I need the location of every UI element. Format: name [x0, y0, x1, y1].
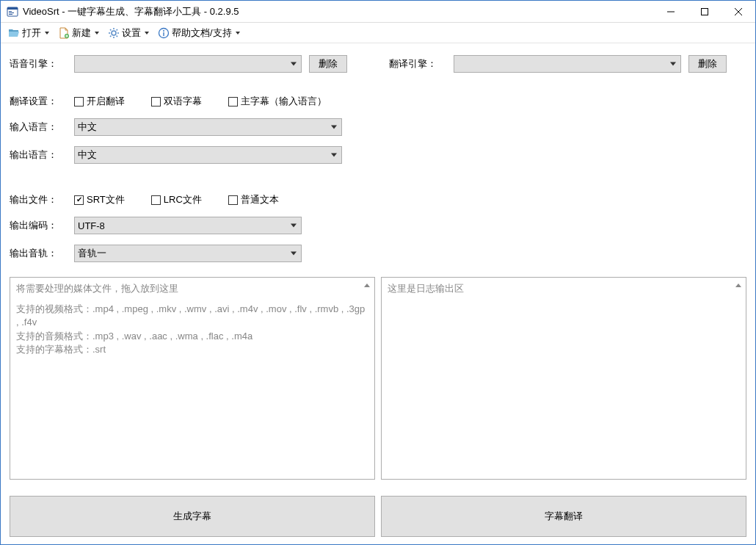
dropzone-placeholder: 将需要处理的媒体文件，拖入放到这里 支持的视频格式：.mp4 , .mpeg ,…: [16, 282, 368, 356]
checkbox-label: LRC文件: [164, 193, 202, 206]
output-encoding-select[interactable]: UTF-8: [74, 217, 302, 234]
dropdown-icon: [45, 32, 49, 35]
gear-icon: [108, 27, 120, 39]
titlebar: VideoSrt - 一键字幕生成、字幕翻译小工具 - 0.2.9.5: [1, 1, 755, 23]
srt-checkbox[interactable]: SRT文件: [74, 193, 125, 206]
checkbox-label: 开启翻译: [87, 95, 125, 108]
output-file-label: 输出文件：: [10, 193, 67, 206]
checkbox-label: 主字幕（输入语言）: [241, 95, 327, 108]
speech-engine-delete-button[interactable]: 删除: [309, 55, 347, 73]
close-button[interactable]: [722, 1, 755, 23]
maximize-button[interactable]: [688, 1, 722, 23]
dropdown-icon: [145, 32, 149, 35]
output-encoding-label: 输出编码：: [10, 219, 67, 232]
checkbox-box: [151, 195, 161, 205]
dropdown-icon: [95, 32, 99, 35]
checkbox-label: 普通文本: [241, 193, 279, 206]
svg-rect-2: [9, 11, 12, 12]
main-content: 语音引擎： 删除 翻译引擎： 删除 翻译设置： 开启翻译 双语字幕 主字幕（输入…: [1, 43, 755, 544]
plain-text-checkbox[interactable]: 普通文本: [228, 193, 279, 206]
svg-rect-3: [9, 12, 14, 13]
speech-engine-label: 语音引擎：: [10, 57, 67, 71]
input-lang-value: 中文: [78, 120, 97, 134]
output-lang-label: 输出语言：: [10, 148, 67, 162]
checkbox-box: [228, 195, 238, 205]
minimize-button[interactable]: [654, 1, 688, 23]
enable-translate-checkbox[interactable]: 开启翻译: [74, 95, 125, 108]
help-menu[interactable]: 帮助文档/支持: [155, 25, 243, 41]
translate-engine-label: 翻译引擎：: [389, 57, 446, 71]
checkbox-box: [74, 97, 84, 107]
svg-rect-15: [163, 32, 164, 36]
checkbox-box: [228, 97, 238, 107]
translate-subtitle-button[interactable]: 字幕翻译: [381, 496, 746, 537]
bilingual-checkbox[interactable]: 双语字幕: [151, 95, 202, 108]
settings-menu[interactable]: 设置: [105, 25, 152, 41]
svg-point-14: [163, 30, 164, 32]
window-title: VideoSrt - 一键字幕生成、字幕翻译小工具 - 0.2.9.5: [23, 5, 654, 18]
app-icon: [7, 6, 18, 18]
translate-settings-label: 翻译设置：: [10, 95, 67, 108]
info-icon: [158, 27, 170, 39]
translate-engine-delete-button[interactable]: 删除: [688, 55, 727, 73]
window-controls: [654, 1, 755, 23]
open-menu[interactable]: 打开: [5, 25, 52, 41]
main-subtitle-checkbox[interactable]: 主字幕（输入语言）: [228, 95, 327, 108]
file-new-icon: [58, 27, 70, 39]
output-track-select[interactable]: 音轨一: [74, 245, 302, 262]
open-label: 打开: [22, 26, 41, 40]
input-lang-label: 输入语言：: [10, 120, 67, 134]
new-label: 新建: [72, 26, 91, 40]
input-lang-select[interactable]: 中文: [74, 118, 342, 136]
media-dropzone[interactable]: 将需要处理的媒体文件，拖入放到这里 支持的视频格式：.mp4 , .mpeg ,…: [10, 277, 375, 480]
lrc-checkbox[interactable]: LRC文件: [151, 193, 202, 206]
log-output-panel: 这里是日志输出区: [381, 277, 746, 480]
generate-subtitle-button[interactable]: 生成字幕: [10, 496, 375, 537]
settings-label: 设置: [122, 26, 141, 40]
speech-engine-select[interactable]: [74, 55, 302, 73]
dropdown-icon: [236, 32, 240, 35]
help-label: 帮助文档/支持: [172, 26, 232, 40]
svg-rect-6: [702, 8, 708, 15]
toolbar: 打开 新建 设置 帮助文档/支持: [1, 23, 755, 43]
translate-engine-select[interactable]: [454, 55, 681, 73]
scroll-up-icon: [363, 281, 371, 289]
output-lang-select[interactable]: 中文: [74, 146, 342, 164]
scroll-up-icon: [734, 281, 743, 289]
checkbox-label: SRT文件: [87, 193, 125, 206]
output-track-value: 音轨一: [78, 247, 106, 260]
checkbox-label: 双语字幕: [164, 95, 202, 108]
svg-rect-1: [7, 7, 18, 10]
output-track-label: 输出音轨：: [10, 247, 67, 260]
svg-point-12: [112, 31, 116, 35]
log-placeholder: 这里是日志输出区: [388, 282, 740, 295]
output-lang-value: 中文: [78, 148, 97, 162]
folder-open-icon: [8, 27, 20, 39]
output-encoding-value: UTF-8: [78, 220, 105, 231]
new-menu[interactable]: 新建: [55, 25, 102, 41]
checkbox-box: [151, 97, 161, 107]
svg-rect-4: [9, 14, 12, 15]
checkbox-box: [74, 195, 84, 205]
